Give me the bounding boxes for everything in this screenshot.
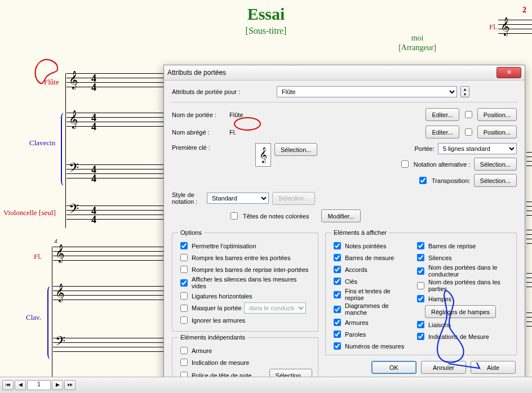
disp-nom-parties-checkbox[interactable] <box>417 282 424 289</box>
score-composer-block: moi [Arrangeur] <box>398 34 436 53</box>
staff-clav-2-treble <box>53 286 166 304</box>
disp-indic-mesure-checkbox[interactable] <box>417 333 424 340</box>
disp-silences-checkbox[interactable] <box>417 254 424 261</box>
disp-silences-label: Silences <box>428 254 452 261</box>
disp-armures-checkbox[interactable] <box>334 319 341 326</box>
position-name-button[interactable]: Position... <box>477 108 517 121</box>
nav-next-button[interactable]: ▶ <box>52 380 63 390</box>
staff-edge <box>526 202 532 220</box>
opt-rompre-reprise-checkbox[interactable] <box>180 266 188 273</box>
notation-style-select[interactable]: Standard <box>207 193 269 204</box>
instr-fl-right: Fl. <box>489 23 497 32</box>
staff-name-label: Nom de portée : <box>172 111 226 118</box>
opt-permettre-checkbox[interactable] <box>180 242 188 249</box>
colored-noteheads-checkbox[interactable] <box>230 212 238 220</box>
ok-button[interactable]: OK <box>371 361 416 374</box>
notation-style-label-1: Style de <box>172 191 203 198</box>
instrument-clav-abbr: Clav. <box>26 313 41 322</box>
treble-clef-icon: 𝄞 <box>55 284 65 302</box>
disp-diag-label: Diagrammes de manche <box>345 302 410 316</box>
disp-cles-checkbox[interactable] <box>334 278 341 285</box>
score-title: Essai <box>0 5 532 24</box>
staff-spinner[interactable]: ▲ ▼ <box>460 86 469 97</box>
staff-clavecin-bass <box>66 164 165 182</box>
disp-nom-conducteur-label: Nom des portées dans le conducteur <box>428 264 511 278</box>
disp-fins-label: Fins et textes de reprise <box>345 288 410 301</box>
disp-accords-label: Accords <box>345 266 367 273</box>
colored-noteheads-label: Têtes de notes colorées <box>243 213 309 220</box>
opt-ignorer-armures-checkbox[interactable] <box>180 316 188 324</box>
staff-attributes-dialog: Attributs de portées ✕ Attributs de port… <box>163 65 525 381</box>
staff-flute-1 <box>66 73 165 91</box>
disp-nom-conducteur-checkbox[interactable] <box>417 267 424 275</box>
edit-name-button[interactable]: Editer... <box>425 108 459 121</box>
disp-paroles-checkbox[interactable] <box>334 331 341 338</box>
treble-clef-icon: 𝄞 <box>69 110 78 129</box>
staff-violoncelle <box>66 206 165 224</box>
instrument-clavecin: Clavecin <box>29 139 55 148</box>
dialog-title: Attributs de portées <box>167 69 496 77</box>
page-number-input[interactable]: 1 <box>27 380 51 390</box>
disp-barres-reprise-label: Barres de reprise <box>428 243 476 249</box>
modify-button[interactable]: Modifier... <box>321 209 361 222</box>
staff-edge <box>526 230 532 248</box>
arranger-name: [Arrangeur] <box>398 43 436 53</box>
disp-barres-mesure-label: Barres de mesure <box>345 254 394 261</box>
opt-ligatures-label: Ligatures horizontales <box>192 293 252 300</box>
alt-notation-checkbox[interactable] <box>401 160 409 168</box>
display-elements-group: Eléments à afficher Notes pointées Barre… <box>325 229 517 355</box>
disp-numeros-label: Numéros de mesures <box>345 343 404 350</box>
disp-barres-reprise-checkbox[interactable] <box>417 242 424 249</box>
spinner-down-icon[interactable]: ▼ <box>461 92 469 97</box>
close-button[interactable]: ✕ <box>496 67 521 78</box>
disp-armures-label: Armures <box>345 319 369 326</box>
disp-numeros-checkbox[interactable] <box>334 342 341 350</box>
disp-nom-parties-label: Nom des portées dans les parties <box>428 279 511 292</box>
stem-settings-button[interactable]: Réglages de hampes <box>425 305 496 318</box>
disp-fins-checkbox[interactable] <box>334 291 341 298</box>
bass-clef-icon: 𝄢 <box>55 334 65 352</box>
disp-notes-pointees-label: Notes pointées <box>345 243 386 249</box>
dialog-titlebar[interactable]: Attributs de portées ✕ <box>164 65 525 81</box>
opt-rompre-barres-checkbox[interactable] <box>180 254 188 261</box>
disp-accords-checkbox[interactable] <box>334 266 341 273</box>
disp-hampes-checkbox[interactable] <box>417 295 424 302</box>
disp-barres-mesure-checkbox[interactable] <box>334 254 341 261</box>
staff-selector[interactable]: Flûte <box>277 86 457 97</box>
disp-notes-pointees-checkbox[interactable] <box>334 242 341 249</box>
indep-indication-checkbox[interactable] <box>180 359 188 366</box>
bar-number: 4 <box>54 238 57 244</box>
name-checkbox[interactable] <box>465 111 472 118</box>
disp-diag-checkbox[interactable] <box>334 306 341 313</box>
nav-prev-button[interactable]: ◀ <box>15 380 26 390</box>
nav-last-button[interactable]: ⏭ <box>64 380 76 390</box>
staff-clav-2-bass <box>53 338 166 356</box>
opt-rompre-barres-label: Rompre les barres entre les portées <box>192 254 290 261</box>
opt-masquer-label: Masquer la portée <box>192 305 242 311</box>
nav-first-button[interactable]: ⏮ <box>2 380 14 390</box>
abbr-checkbox[interactable] <box>465 128 472 136</box>
notation-style-select-button: Sélection... <box>272 192 315 205</box>
clef-preview: 𝄞 <box>255 143 271 167</box>
disp-liaisons-checkbox[interactable] <box>417 321 424 328</box>
cancel-button[interactable]: Annuler <box>421 361 466 374</box>
combo-label: Attributs de portée pour : <box>172 88 273 95</box>
transposition-checkbox[interactable] <box>419 177 427 184</box>
opt-silences-checkbox[interactable] <box>180 279 188 287</box>
staff-type-label: Portée: <box>415 145 435 152</box>
spinner-up-icon[interactable]: ▲ <box>461 87 469 92</box>
help-button[interactable]: Aide <box>471 361 516 374</box>
staff-type-select[interactable]: 5 lignes standard <box>438 143 517 154</box>
opt-silences-label: Afficher les silences dans les mesures v… <box>192 276 312 289</box>
transposition-select-button[interactable]: Sélection... <box>474 174 517 187</box>
indep-armure-checkbox[interactable] <box>180 347 188 354</box>
edit-abbr-button[interactable]: Editer... <box>425 126 459 139</box>
bottom-toolbar: ⏮ ◀ 1 ▶ ⏭ <box>0 377 532 393</box>
opt-ligatures-checkbox[interactable] <box>180 292 188 300</box>
alt-notation-select-button[interactable]: Sélection... <box>474 158 517 171</box>
bass-clef-icon: 𝄢 <box>69 160 79 179</box>
clef-select-button[interactable]: Sélection... <box>274 143 317 156</box>
opt-masquer-checkbox[interactable] <box>180 305 188 312</box>
position-abbr-button[interactable]: Position... <box>477 126 517 139</box>
staff-clavecin-treble <box>66 113 165 131</box>
